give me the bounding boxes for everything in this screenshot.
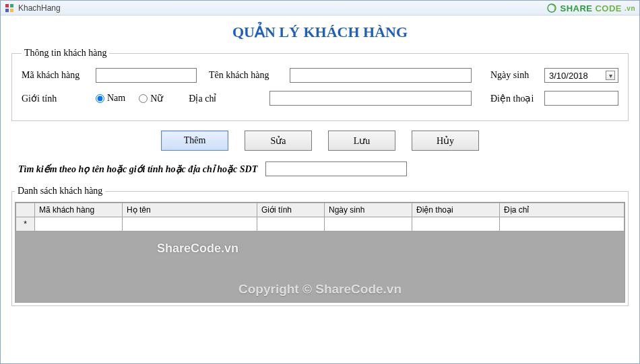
customer-list-group: Danh sách khách hàng Mã khách hàng Họ tê… <box>11 186 629 306</box>
input-phone[interactable] <box>544 91 618 106</box>
label-address: Địa chỉ <box>189 93 263 104</box>
edit-button[interactable]: Sửa <box>245 131 312 151</box>
row-1: Mã khách hàng Tên khách hàng Ngày sinh 3… <box>22 68 618 83</box>
customer-info-group: Thông tin khách hàng Mã khách hàng Tên k… <box>11 48 629 121</box>
svg-rect-1 <box>10 4 13 7</box>
cell[interactable] <box>35 217 123 231</box>
new-row-marker: * <box>16 217 35 231</box>
search-input[interactable] <box>265 161 407 176</box>
cell[interactable] <box>500 217 625 231</box>
radio-gender-male[interactable]: Nam <box>96 93 125 104</box>
cell[interactable] <box>412 217 500 231</box>
dob-value: 3/10/2018 <box>549 71 588 81</box>
radio-gender-female-input[interactable] <box>139 94 148 103</box>
svg-rect-2 <box>5 9 9 12</box>
search-label: Tìm kiếm theo họ tên hoặc giới tính hoặc… <box>18 163 257 175</box>
customer-info-legend: Thông tin khách hàng <box>22 48 109 59</box>
row-2: Giới tính Nam Nữ Địa chỉ Điện thoại <box>22 91 618 106</box>
cell[interactable] <box>325 217 412 231</box>
client-area: QUẢN LÝ KHÁCH HÀNG Thông tin khách hàng … <box>1 15 639 363</box>
table-new-row[interactable]: * <box>16 217 625 231</box>
cancel-button[interactable]: Hủy <box>412 131 479 151</box>
input-customer-id[interactable] <box>96 68 197 83</box>
input-customer-name[interactable] <box>290 68 472 83</box>
calendar-dropdown-icon[interactable]: ▾ <box>606 71 615 80</box>
input-address[interactable] <box>269 91 472 106</box>
label-customer-name: Tên khách hàng <box>209 70 283 81</box>
row-header-blank <box>16 203 35 217</box>
save-button[interactable]: Lưu <box>328 131 395 151</box>
col-dob[interactable]: Ngày sinh <box>325 203 412 217</box>
brand-watermark: SHARECODE.vn <box>546 1 635 15</box>
page-title: QUẢN LÝ KHÁCH HÀNG <box>7 24 633 41</box>
customer-list-legend: Danh sách khách hàng <box>15 186 105 196</box>
label-customer-id: Mã khách hàng <box>22 70 89 81</box>
button-bar: Thêm Sửa Lưu Hủy <box>7 131 633 151</box>
input-dob[interactable]: 3/10/2018 ▾ <box>544 68 618 83</box>
search-line: Tìm kiếm theo họ tên hoặc giới tính hoặc… <box>18 161 622 176</box>
col-id[interactable]: Mã khách hàng <box>35 203 123 217</box>
col-name[interactable]: Họ tên <box>123 203 257 217</box>
label-gender: Giới tính <box>22 93 89 104</box>
window-title: KhachHang <box>18 3 61 13</box>
col-phone[interactable]: Điện thoại <box>412 203 500 217</box>
app-icon <box>5 3 14 13</box>
add-button[interactable]: Thêm <box>161 131 228 151</box>
customer-grid[interactable]: Mã khách hàng Họ tên Giới tính Ngày sinh… <box>15 202 625 303</box>
cell[interactable] <box>123 217 257 231</box>
radio-gender-male-label: Nam <box>107 93 125 104</box>
radio-gender-female[interactable]: Nữ <box>139 93 163 104</box>
radio-gender-female-label: Nữ <box>150 93 163 104</box>
cell[interactable] <box>257 217 325 231</box>
col-address[interactable]: Địa chỉ <box>500 203 625 217</box>
label-dob: Ngày sinh <box>490 70 538 81</box>
svg-rect-0 <box>5 4 9 7</box>
customer-table[interactable]: Mã khách hàng Họ tên Giới tính Ngày sinh… <box>15 203 625 231</box>
label-phone: Điện thoại <box>490 93 538 104</box>
table-header-row: Mã khách hàng Họ tên Giới tính Ngày sinh… <box>16 203 625 217</box>
window-frame: KhachHang SHARECODE.vn QUẢN LÝ KHÁCH HÀN… <box>0 0 640 364</box>
radio-gender-male-input[interactable] <box>96 94 104 103</box>
svg-rect-3 <box>10 9 13 12</box>
titlebar[interactable]: KhachHang SHARECODE.vn <box>1 1 639 15</box>
watermark-copyright: Copyright © ShareCode.vn <box>15 282 625 297</box>
svg-point-4 <box>548 4 556 12</box>
watermark-grid: ShareCode.vn <box>157 242 238 256</box>
col-gender[interactable]: Giới tính <box>257 203 325 217</box>
